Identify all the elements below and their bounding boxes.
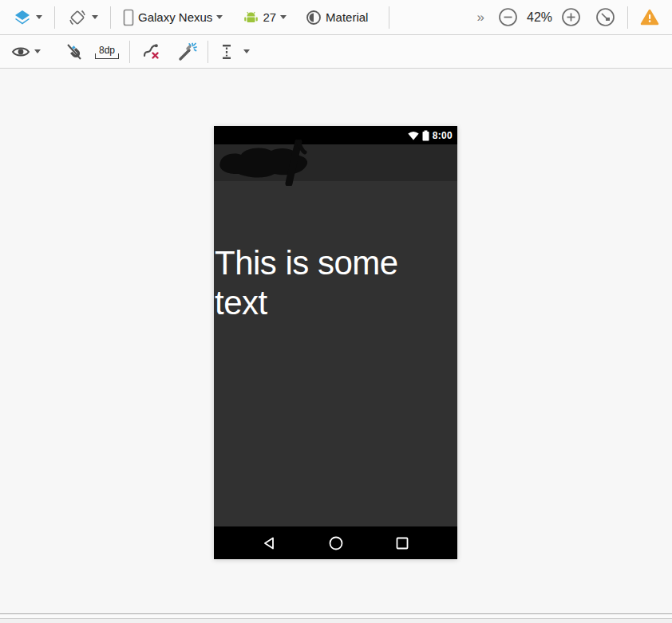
- separator: [54, 6, 55, 29]
- orientation-button[interactable]: [62, 5, 103, 30]
- android-icon: [243, 11, 259, 24]
- theme-icon: [306, 10, 322, 26]
- overflow-icon[interactable]: »: [477, 10, 485, 26]
- constraint-toolbar: 8dp: [0, 35, 672, 69]
- zoom-in-button[interactable]: [556, 5, 586, 30]
- separator: [389, 6, 389, 29]
- pack-button[interactable]: [215, 39, 255, 65]
- device-icon: [123, 9, 134, 26]
- zoom-fit-button[interactable]: [591, 5, 620, 30]
- chevron-down-icon: [92, 15, 98, 19]
- chevron-down-icon: [280, 15, 287, 19]
- panel-divider[interactable]: [0, 613, 672, 623]
- clear-constraints-icon: [142, 42, 161, 61]
- warning-icon: [640, 9, 659, 26]
- zoom-controls: » 42%: [477, 5, 664, 30]
- design-surface-icon: [13, 9, 32, 26]
- view-options-icon: [11, 45, 30, 58]
- infer-constraints-icon: [177, 41, 198, 62]
- chevron-down-icon: [36, 15, 42, 19]
- status-time: 8:00: [433, 130, 453, 141]
- zoom-out-button[interactable]: [493, 5, 523, 30]
- layout-content[interactable]: This is some text: [214, 181, 457, 526]
- home-icon[interactable]: [328, 535, 344, 551]
- default-margin-button[interactable]: 8dp: [95, 45, 119, 59]
- infer-constraints-button[interactable]: [172, 39, 203, 65]
- device-preview[interactable]: 8:00 This is some text: [214, 126, 457, 559]
- text-view[interactable]: This is some text: [214, 181, 453, 323]
- navigation-bar: [214, 526, 457, 559]
- action-bar: [214, 144, 457, 181]
- view-options-button[interactable]: [6, 39, 45, 65]
- separator: [110, 6, 111, 29]
- wifi-icon: [408, 131, 419, 140]
- divider-tail: [0, 619, 672, 623]
- redaction-scribble: [215, 140, 318, 186]
- theme-selector[interactable]: Material: [301, 5, 373, 30]
- design-toolbar: Galaxy Nexus 27 Materi: [0, 0, 672, 35]
- api-level-label: 27: [263, 10, 276, 24]
- chevron-down-icon: [34, 49, 41, 53]
- autoconnect-off-icon: [65, 42, 84, 61]
- theme-label: Material: [326, 10, 368, 24]
- chevron-down-icon: [243, 49, 250, 53]
- zoom-level: 42%: [523, 10, 556, 25]
- design-surface-button[interactable]: [8, 5, 47, 30]
- design-surface[interactable]: 8:00 This is some text: [0, 69, 672, 623]
- chevron-down-icon: [216, 15, 223, 19]
- battery-icon: [422, 130, 429, 141]
- separator: [129, 41, 130, 63]
- device-label: Galaxy Nexus: [138, 10, 212, 24]
- api-level-selector[interactable]: 27: [239, 5, 291, 30]
- pack-icon: [220, 43, 233, 61]
- separator: [208, 41, 208, 63]
- clear-constraints-button[interactable]: [137, 39, 166, 65]
- recents-icon[interactable]: [394, 535, 410, 551]
- device-selector[interactable]: Galaxy Nexus: [118, 5, 227, 30]
- warnings-button[interactable]: [635, 5, 664, 30]
- autoconnect-toggle[interactable]: [60, 39, 89, 65]
- orientation-icon: [67, 7, 88, 28]
- back-icon[interactable]: [262, 535, 278, 551]
- separator: [627, 6, 628, 29]
